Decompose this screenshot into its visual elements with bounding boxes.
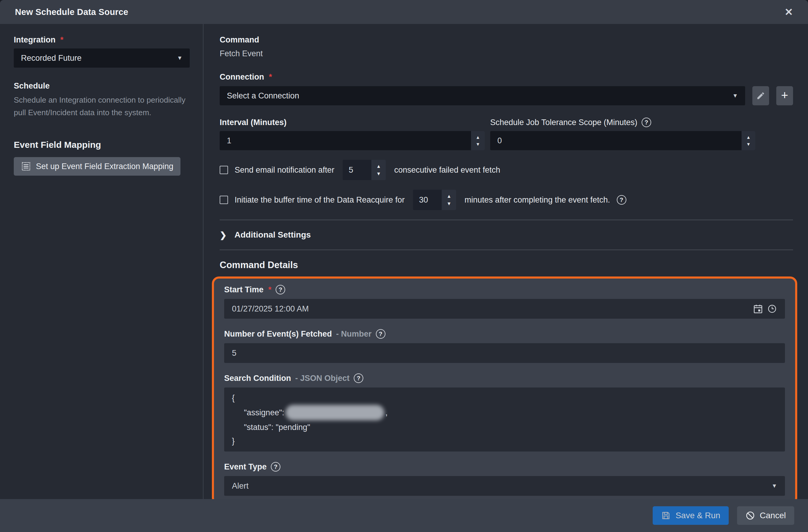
section-divider <box>220 220 793 220</box>
email-count-stepper[interactable]: ▲ ▼ <box>371 160 386 180</box>
modal-title: New Schedule Data Source <box>15 7 128 17</box>
main-panel: Command Fetch Event Connection* Select a… <box>203 24 808 499</box>
required-asterisk: * <box>269 285 272 295</box>
start-time-value: 01/27/2025 12:00 AM <box>232 304 309 314</box>
start-time-label: Start Time* ? <box>224 285 785 295</box>
schedule-description: Schedule an Integration connection to pe… <box>14 94 187 119</box>
tolerance-stepper[interactable]: ▲ ▼ <box>741 131 755 150</box>
help-icon[interactable]: ? <box>271 462 280 472</box>
events-fetched-type: - Number <box>336 329 372 339</box>
chevron-down-icon: ▼ <box>732 92 738 99</box>
modal-header: New Schedule Data Source ✕ <box>0 0 808 24</box>
json-line: "assignee": , <box>232 405 777 420</box>
tolerance-column: Schedule Job Tolerance Scope (Minutes) ?… <box>490 117 755 150</box>
buffer-minutes-value: 30 <box>413 190 442 210</box>
required-asterisk: * <box>60 35 64 45</box>
buffer-time-row: Initiate the buffer time of the Data Rea… <box>220 190 793 210</box>
sidebar: Integration* Recorded Future ▼ Schedule … <box>0 24 203 499</box>
stepper-down-icon[interactable]: ▼ <box>476 142 480 146</box>
help-icon[interactable]: ? <box>354 373 363 383</box>
email-notification-row: Send email notification after 5 ▲ ▼ cons… <box>220 160 793 180</box>
cancel-button[interactable]: Cancel <box>737 506 794 525</box>
email-count-input[interactable]: 5 ▲ ▼ <box>343 160 386 180</box>
json-line: } <box>232 434 777 448</box>
mapping-table-icon <box>21 161 31 171</box>
json-line: { <box>232 391 777 405</box>
add-connection-button[interactable]: + <box>776 86 793 105</box>
interval-label: Interval (Minutes) <box>220 117 485 127</box>
interval-stepper[interactable]: ▲ ▼ <box>471 131 485 150</box>
interval-input[interactable]: 1 ▲ ▼ <box>220 131 485 150</box>
event-type-label: Event Type ? <box>224 462 785 472</box>
tolerance-value: 0 <box>490 131 741 150</box>
setup-event-field-extraction-mapping-button[interactable]: Set up Event Field Extraction Mapping <box>14 157 181 176</box>
schedule-heading: Schedule <box>14 81 190 91</box>
cancel-label: Cancel <box>760 511 786 520</box>
connection-row: Select a Connection ▼ + <box>220 86 793 105</box>
json-assignee-key: "assignee": <box>244 406 284 420</box>
buffer-time-checkbox[interactable] <box>220 196 228 204</box>
save-and-run-button[interactable]: Save & Run <box>653 506 729 525</box>
save-icon <box>661 511 671 520</box>
email-notification-label-suffix: consecutive failed event fetch <box>394 165 500 175</box>
chevron-right-icon: ❯ <box>220 230 226 240</box>
additional-settings-label: Additional Settings <box>234 230 311 240</box>
search-condition-label: Search Condition - JSON Object ? <box>224 373 785 383</box>
email-notification-label-prefix: Send email notification after <box>235 165 334 175</box>
buffer-minutes-input[interactable]: 30 ▲ ▼ <box>413 190 456 210</box>
help-icon[interactable]: ? <box>617 195 626 205</box>
new-schedule-data-source-modal: New Schedule Data Source ✕ Integration* … <box>0 0 808 532</box>
assignee-value-redacted <box>286 405 384 420</box>
event-type-value: Alert <box>232 481 249 491</box>
chevron-down-icon: ▼ <box>771 483 777 489</box>
stepper-up-icon[interactable]: ▲ <box>446 194 451 199</box>
start-time-input[interactable]: 01/27/2025 12:00 AM <box>224 299 785 319</box>
events-fetched-input[interactable]: 5 <box>224 343 785 363</box>
stepper-down-icon[interactable]: ▼ <box>446 201 451 206</box>
command-value: Fetch Event <box>220 49 793 59</box>
search-condition-textarea[interactable]: { "assignee": , "status": "pending" } <box>224 387 785 452</box>
tolerance-input[interactable]: 0 ▲ ▼ <box>490 131 755 150</box>
pencil-icon <box>756 91 765 100</box>
json-line: "status": "pending" <box>232 420 777 434</box>
section-divider <box>220 250 793 250</box>
tolerance-label: Schedule Job Tolerance Scope (Minutes) ? <box>490 117 755 127</box>
stepper-up-icon[interactable]: ▲ <box>746 135 751 140</box>
json-assignee-trailing-comma: , <box>385 406 388 420</box>
buffer-time-label-suffix: minutes after completing the event fetch… <box>464 196 610 205</box>
email-count-value: 5 <box>343 160 371 180</box>
edit-connection-button[interactable] <box>752 86 769 105</box>
help-icon[interactable]: ? <box>376 329 385 339</box>
stepper-up-icon[interactable]: ▲ <box>476 135 480 140</box>
events-fetched-value: 5 <box>232 349 236 358</box>
close-icon[interactable]: ✕ <box>785 7 793 17</box>
command-details-heading: Command Details <box>220 259 793 271</box>
chevron-down-icon: ▼ <box>177 55 183 61</box>
connection-select-placeholder: Select a Connection <box>227 91 299 100</box>
integration-label: Integration* <box>14 35 190 45</box>
buffer-time-label-prefix: Initiate the buffer time of the Data Rea… <box>235 196 405 205</box>
connection-select[interactable]: Select a Connection ▼ <box>220 86 745 105</box>
cancel-icon <box>746 511 755 520</box>
stepper-down-icon[interactable]: ▼ <box>376 171 381 176</box>
buffer-minutes-stepper[interactable]: ▲ ▼ <box>442 190 456 210</box>
additional-settings-toggle[interactable]: ❯ Additional Settings <box>220 230 793 240</box>
clock-icon[interactable] <box>767 304 777 314</box>
stepper-down-icon[interactable]: ▼ <box>746 142 751 146</box>
mapping-button-label: Set up Event Field Extraction Mapping <box>36 162 173 171</box>
email-notification-checkbox[interactable] <box>220 166 228 174</box>
event-type-select[interactable]: Alert ▼ <box>224 476 785 496</box>
integration-select[interactable]: Recorded Future ▼ <box>14 49 190 68</box>
calendar-icon[interactable] <box>753 304 764 314</box>
event-field-mapping-heading: Event Field Mapping <box>14 140 190 150</box>
integration-select-value: Recorded Future <box>21 54 82 63</box>
help-icon[interactable]: ? <box>276 285 285 294</box>
row-spacer <box>761 117 793 150</box>
stepper-up-icon[interactable]: ▲ <box>376 164 381 169</box>
interval-tolerance-row: Interval (Minutes) 1 ▲ ▼ Schedule Job To… <box>220 117 793 150</box>
modal-body: Integration* Recorded Future ▼ Schedule … <box>0 24 808 499</box>
command-details-highlight-box: Start Time* ? 01/27/2025 12:00 AM <box>212 276 797 505</box>
help-icon[interactable]: ? <box>642 117 651 127</box>
interval-column: Interval (Minutes) 1 ▲ ▼ <box>220 117 485 150</box>
events-fetched-label: Number of Event(s) Fetched - Number ? <box>224 329 785 339</box>
